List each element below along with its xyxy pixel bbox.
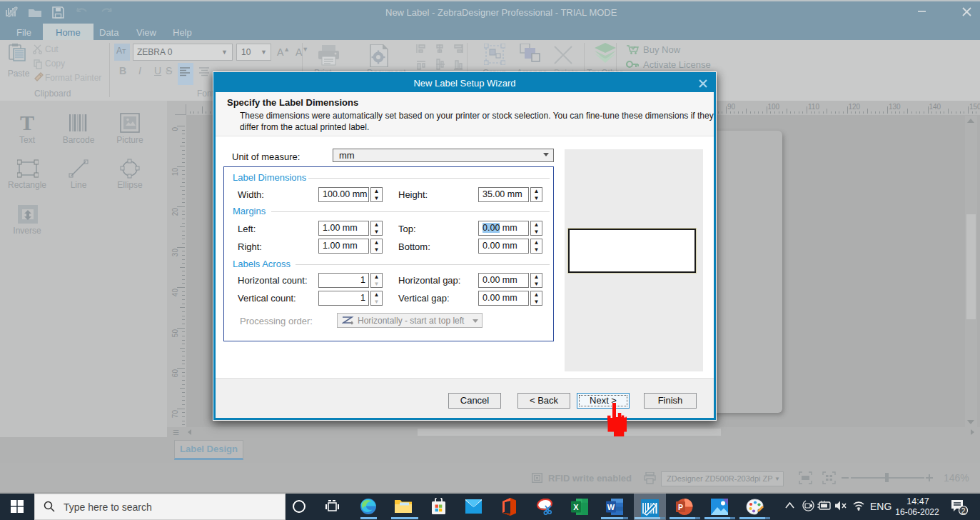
svg-text:X: X [573, 503, 579, 511]
svg-text:W: W [607, 503, 615, 511]
svg-text:P: P [678, 503, 683, 511]
svg-text:2: 2 [961, 507, 966, 515]
